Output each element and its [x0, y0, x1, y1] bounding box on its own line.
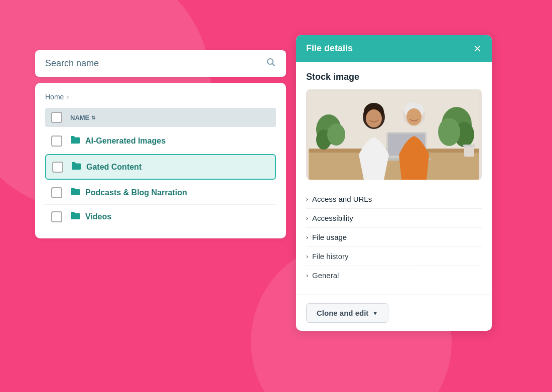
accordion-access-urls[interactable]: › Access and URLs	[306, 190, 482, 209]
chevron-accessibility-icon: ›	[306, 215, 308, 222]
folder-icon-podcasts	[70, 187, 80, 198]
sort-icon[interactable]: ⇅	[91, 115, 95, 120]
accordion-label-access: Access and URLs	[312, 195, 372, 203]
breadcrumb-chevron: ›	[67, 93, 69, 100]
chevron-general-icon: ›	[306, 272, 308, 279]
checkbox-gated[interactable]	[52, 162, 63, 173]
checkbox-ai[interactable]	[51, 136, 62, 147]
chevron-file-usage-icon: ›	[306, 234, 308, 241]
panel-title: File details	[306, 43, 353, 54]
svg-point-10	[438, 118, 460, 146]
accordion-accessibility[interactable]: › Accessibility	[306, 209, 482, 228]
chevron-access-icon: ›	[306, 196, 308, 203]
chevron-file-history-icon: ›	[306, 253, 308, 260]
folder-name-ai: AI-Generated Images	[85, 137, 166, 146]
file-browser: Home › NAME ⇅ AI-Generated Images	[35, 83, 286, 238]
svg-line-1	[272, 64, 275, 66]
accordion-general[interactable]: › General	[306, 266, 482, 285]
column-name-label: NAME ⇅	[70, 114, 95, 121]
folder-icon-ai	[70, 135, 80, 147]
header-checkbox[interactable]	[51, 112, 62, 123]
accordion-file-history[interactable]: › File history	[306, 247, 482, 266]
accordion-label-general: General	[312, 271, 339, 280]
accordion-label-accessibility: Accessibility	[312, 214, 353, 222]
checkbox-videos[interactable]	[51, 211, 62, 222]
folder-name-gated: Gated Content	[86, 163, 142, 172]
folder-row-podcasts[interactable]: Podcasts & Blog Narration	[45, 181, 276, 205]
stock-image	[306, 89, 482, 180]
panel-footer: Clone and edit ▼	[296, 295, 492, 331]
folder-row-videos[interactable]: Videos	[45, 205, 276, 228]
search-icon[interactable]	[266, 57, 276, 70]
stock-image-label: Stock image	[306, 72, 482, 82]
folder-icon-gated	[71, 161, 81, 173]
file-details-panel: File details ✕ Stock image	[296, 35, 492, 331]
search-bar: Search name	[35, 50, 286, 77]
svg-point-19	[406, 108, 422, 125]
clone-btn-dropdown-icon: ▼	[372, 310, 378, 316]
breadcrumb-home[interactable]: Home	[45, 93, 64, 101]
folder-row-gated[interactable]: Gated Content	[45, 154, 276, 180]
clone-and-edit-button[interactable]: Clone and edit ▼	[306, 303, 388, 323]
folder-name-videos: Videos	[85, 212, 111, 221]
accordion-label-file-usage: File usage	[312, 233, 347, 241]
search-placeholder: Search name	[45, 58, 99, 69]
left-panel: Search name Home › NAME ⇅	[35, 50, 286, 238]
folder-name-podcasts: Podcasts & Blog Narration	[85, 188, 187, 197]
svg-rect-21	[463, 145, 475, 147]
clone-btn-label: Clone and edit	[317, 309, 368, 317]
checkbox-podcasts[interactable]	[51, 187, 62, 198]
svg-point-16	[366, 109, 382, 127]
svg-rect-20	[464, 146, 474, 157]
svg-point-7	[327, 123, 345, 146]
accordion-list: › Access and URLs › Accessibility › File…	[306, 190, 482, 285]
folder-icon-videos	[70, 211, 80, 222]
table-header: NAME ⇅	[45, 108, 276, 127]
accordion-file-usage[interactable]: › File usage	[306, 228, 482, 247]
panel-header: File details ✕	[296, 35, 492, 62]
close-button[interactable]: ✕	[473, 44, 482, 54]
panel-body: Stock image	[296, 62, 492, 295]
breadcrumb: Home ›	[45, 93, 276, 101]
accordion-label-file-history: File history	[312, 252, 349, 260]
folder-row-ai[interactable]: AI-Generated Images	[45, 129, 276, 153]
